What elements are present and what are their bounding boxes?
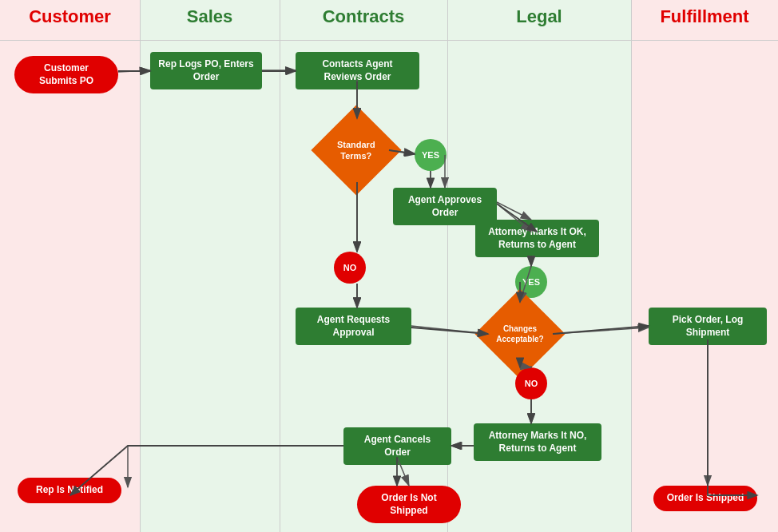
divider-4: [631, 0, 632, 532]
node-no2: NO: [515, 367, 547, 399]
node-agent-cancels: Agent Cancels Order: [343, 427, 451, 465]
lane-fulfillment-header: Fulfillment: [631, 6, 778, 27]
header-divider: [0, 40, 778, 41]
node-rep-notified: Rep Is Notified: [18, 478, 121, 503]
lane-sales-header: Sales: [140, 6, 280, 27]
node-pick-order: Pick Order, Log Shipment: [649, 308, 767, 345]
node-order-shipped: Order Is Shipped: [653, 486, 757, 511]
lane-fulfillment-bg: [631, 0, 778, 532]
node-attorney-ok: Attorney Marks It OK, Returns to Agent: [475, 220, 599, 257]
node-yes1: YES: [415, 139, 447, 171]
node-no1: NO: [334, 252, 366, 284]
node-agent-requests: Agent Requests Approval: [296, 308, 411, 345]
divider-2: [280, 0, 280, 532]
node-order-not-shipped: Order Is Not Shipped: [357, 486, 461, 523]
node-contacts-agent: Contacts Agent Reviews Order: [296, 52, 419, 89]
divider-1: [140, 0, 141, 532]
node-attorney-no: Attorney Marks It NO, Returns to Agent: [474, 423, 601, 461]
lane-contracts-header: Contracts: [280, 6, 447, 27]
lane-customer-header: Customer: [0, 6, 140, 27]
flowchart-container: Customer Sales Contracts Legal Fulfillme…: [0, 0, 778, 532]
lane-legal-header: Legal: [447, 6, 631, 27]
node-rep-logs: Rep Logs PO, Enters Order: [150, 52, 262, 89]
node-customer-submit: Customer Submits PO: [14, 56, 118, 93]
